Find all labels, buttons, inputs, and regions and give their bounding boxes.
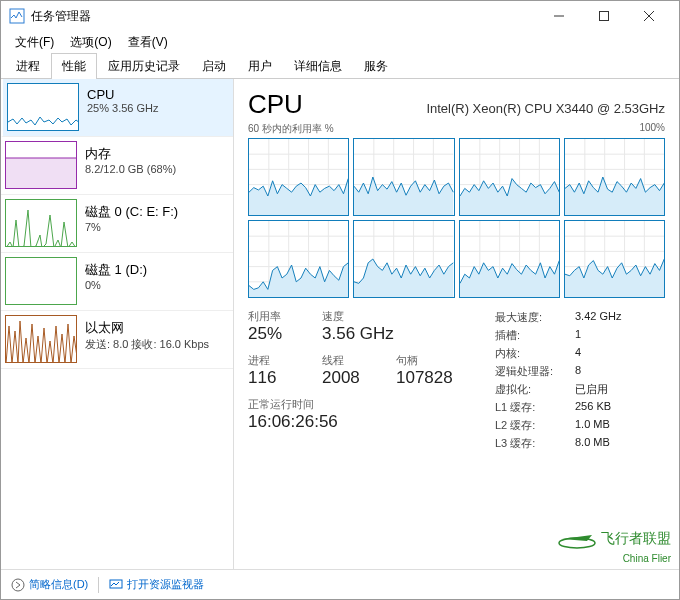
tab-services[interactable]: 服务 [353, 53, 399, 79]
spec-logical-value: 8 [575, 364, 581, 379]
handles-value: 107828 [396, 368, 456, 388]
spec-l3-value: 8.0 MB [575, 436, 610, 451]
utilization-value: 25% [248, 324, 308, 344]
sidebar: CPU 25% 3.56 GHz 内存 8.2/12.0 GB (68%) [1, 79, 233, 569]
tab-details[interactable]: 详细信息 [283, 53, 353, 79]
menu-file[interactable]: 文件(F) [7, 32, 62, 53]
spec-l1-label: L1 缓存: [495, 400, 575, 415]
cpu-thumbnail-chart [7, 83, 79, 131]
cpu-core-0-chart [248, 138, 349, 216]
chart-label-left: 60 秒内的利用率 % [248, 122, 334, 136]
cpu-core-6-chart [459, 220, 560, 298]
close-button[interactable] [626, 1, 671, 31]
spec-l3-label: L3 缓存: [495, 436, 575, 451]
sidebar-disk1-sub: 0% [85, 279, 147, 291]
uptime-label: 正常运行时间 [248, 398, 338, 412]
threads-label: 线程 [322, 354, 382, 368]
task-manager-window: 任务管理器 文件(F) 选项(O) 查看(V) 进程 性能 应用历史记录 启动 … [0, 0, 680, 600]
page-title: CPU [248, 89, 303, 120]
speed-value: 3.56 GHz [322, 324, 394, 344]
svg-rect-2 [599, 12, 608, 21]
fewer-details-link[interactable]: 简略信息(D) [11, 577, 88, 592]
disk1-thumbnail-chart [5, 257, 77, 305]
disk0-thumbnail-chart [5, 199, 77, 247]
window-controls [536, 1, 671, 31]
handles-label: 句柄 [396, 354, 456, 368]
utilization-label: 利用率 [248, 310, 308, 324]
sidebar-item-ethernet[interactable]: 以太网 发送: 8.0 接收: 16.0 Kbps [1, 311, 233, 369]
sidebar-disk0-sub: 7% [85, 221, 178, 233]
sidebar-memory-title: 内存 [85, 145, 176, 163]
chevron-circle-icon [11, 578, 25, 592]
titlebar[interactable]: 任务管理器 [1, 1, 679, 31]
chart-label-right: 100% [639, 122, 665, 136]
minimize-button[interactable] [536, 1, 581, 31]
spec-virt-value: 已启用 [575, 382, 608, 397]
cpu-model: Intel(R) Xeon(R) CPU X3440 @ 2.53GHz [426, 101, 665, 116]
sidebar-item-cpu[interactable]: CPU 25% 3.56 GHz [1, 79, 233, 137]
uptime-value: 16:06:26:56 [248, 412, 338, 432]
cpu-core-2-chart [459, 138, 560, 216]
tab-startup[interactable]: 启动 [191, 53, 237, 79]
separator [98, 577, 99, 593]
spec-cores-label: 内核: [495, 346, 575, 361]
content-body: CPU 25% 3.56 GHz 内存 8.2/12.0 GB (68%) [1, 79, 679, 569]
sidebar-disk1-title: 磁盘 1 (D:) [85, 261, 147, 279]
processes-value: 116 [248, 368, 308, 388]
window-title: 任务管理器 [31, 8, 536, 25]
svg-rect-73 [110, 580, 122, 588]
spec-sockets-value: 1 [575, 328, 581, 343]
sidebar-cpu-sub: 25% 3.56 GHz [87, 102, 159, 114]
spec-cores-value: 4 [575, 346, 581, 361]
menubar: 文件(F) 选项(O) 查看(V) [1, 31, 679, 53]
sidebar-net-title: 以太网 [85, 319, 209, 337]
app-icon [9, 8, 25, 24]
svg-rect-5 [6, 158, 77, 189]
sidebar-disk0-title: 磁盘 0 (C: E: F:) [85, 203, 178, 221]
cpu-core-4-chart [248, 220, 349, 298]
cpu-core-7-chart [564, 220, 665, 298]
menu-options[interactable]: 选项(O) [62, 32, 119, 53]
sidebar-net-sub: 发送: 8.0 接收: 16.0 Kbps [85, 337, 209, 352]
spec-virt-label: 虚拟化: [495, 382, 575, 397]
ethernet-thumbnail-chart [5, 315, 77, 363]
spec-l2-value: 1.0 MB [575, 418, 610, 433]
spec-l1-value: 256 KB [575, 400, 611, 415]
sidebar-item-memory[interactable]: 内存 8.2/12.0 GB (68%) [1, 137, 233, 195]
spec-logical-label: 逻辑处理器: [495, 364, 575, 379]
svg-point-72 [12, 579, 24, 591]
fewer-details-label: 简略信息(D) [29, 577, 88, 592]
sidebar-memory-sub: 8.2/12.0 GB (68%) [85, 163, 176, 175]
tab-processes[interactable]: 进程 [5, 53, 51, 79]
speed-label: 速度 [322, 310, 394, 324]
spec-maxspeed-label: 最大速度: [495, 310, 575, 325]
tab-app-history[interactable]: 应用历史记录 [97, 53, 191, 79]
monitor-icon [109, 578, 123, 592]
footer: 简略信息(D) 打开资源监视器 [1, 569, 679, 599]
menu-view[interactable]: 查看(V) [120, 32, 176, 53]
tab-users[interactable]: 用户 [237, 53, 283, 79]
stats-area: 利用率 25% 速度 3.56 GHz 进程 116 [248, 310, 665, 454]
processes-label: 进程 [248, 354, 308, 368]
main-panel: CPU Intel(R) Xeon(R) CPU X3440 @ 2.53GHz… [233, 79, 679, 569]
spec-sockets-label: 插槽: [495, 328, 575, 343]
spec-maxspeed-value: 3.42 GHz [575, 310, 621, 325]
resource-monitor-label: 打开资源监视器 [127, 577, 204, 592]
threads-value: 2008 [322, 368, 382, 388]
spec-l2-label: L2 缓存: [495, 418, 575, 433]
sidebar-item-disk0[interactable]: 磁盘 0 (C: E: F:) 7% [1, 195, 233, 253]
memory-thumbnail-chart [5, 141, 77, 189]
cpu-core-grid[interactable] [248, 138, 665, 298]
tabbar: 进程 性能 应用历史记录 启动 用户 详细信息 服务 [1, 53, 679, 79]
sidebar-item-disk1[interactable]: 磁盘 1 (D:) 0% [1, 253, 233, 311]
cpu-core-3-chart [564, 138, 665, 216]
tab-performance[interactable]: 性能 [51, 53, 97, 79]
maximize-button[interactable] [581, 1, 626, 31]
cpu-core-5-chart [353, 220, 454, 298]
sidebar-cpu-title: CPU [87, 87, 159, 102]
cpu-core-1-chart [353, 138, 454, 216]
resource-monitor-link[interactable]: 打开资源监视器 [109, 577, 204, 592]
